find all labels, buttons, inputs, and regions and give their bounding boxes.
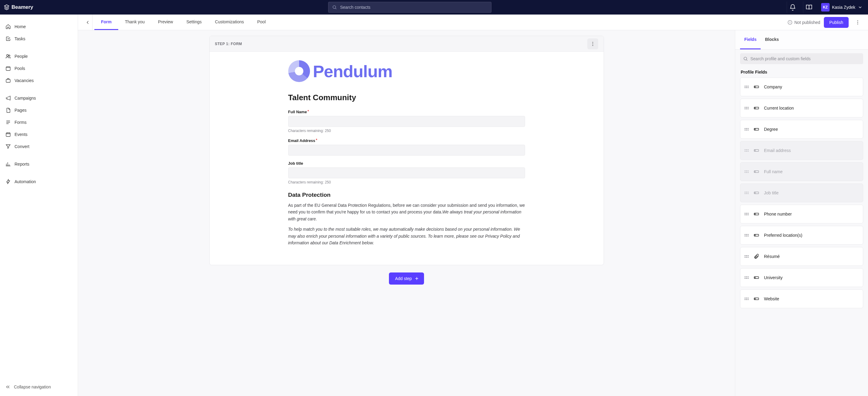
sidebar-item-automation[interactable]: Automation: [0, 176, 78, 188]
required-indicator: *: [316, 138, 317, 142]
notifications-button[interactable]: [787, 1, 799, 13]
editor-tabs: FormThank youPreviewSettingsCustomizatio…: [78, 15, 868, 30]
field-type-icon: [754, 126, 759, 132]
profile-field-item[interactable]: Résumé: [740, 247, 863, 266]
field-type-icon: [754, 190, 759, 196]
tab-settings[interactable]: Settings: [180, 15, 208, 30]
profile-field-item: Job title: [740, 183, 863, 202]
text-field-icon: [754, 232, 759, 238]
sidebar-item-convert[interactable]: Convert: [0, 140, 78, 152]
home-icon: [5, 24, 11, 29]
sidebar-item-home[interactable]: Home: [0, 21, 78, 33]
profile-field-item[interactable]: Phone number: [740, 205, 863, 223]
sidebar-item-label: People: [14, 54, 28, 59]
sidebar-item-tasks[interactable]: Tasks: [0, 33, 78, 45]
tab-pool[interactable]: Pool: [250, 15, 272, 30]
more-options-button[interactable]: [852, 17, 863, 28]
panel-tab-blocks[interactable]: Blocks: [761, 30, 783, 49]
sidebar-item-campaigns[interactable]: Campaigns: [0, 92, 78, 104]
field-type-icon: [754, 105, 759, 111]
drag-handle-icon: [745, 275, 749, 280]
kebab-icon: [590, 41, 595, 47]
publish-button[interactable]: Publish: [824, 17, 849, 28]
sidebar-item-people[interactable]: People: [0, 50, 78, 62]
tab-preview[interactable]: Preview: [151, 15, 180, 30]
user-menu[interactable]: KZ Kasia Zydek: [819, 3, 864, 11]
collapse-nav-button[interactable]: Collapse navigation: [0, 381, 78, 392]
tab-customizations[interactable]: Customizations: [208, 15, 251, 30]
brand-logo[interactable]: Beamery: [4, 4, 33, 10]
profile-field-item: Full name: [740, 162, 863, 181]
field-search-input[interactable]: [750, 56, 860, 61]
profile-field-label: Full name: [764, 169, 782, 174]
drag-handle-icon: [745, 211, 749, 217]
text-field-icon: [754, 126, 759, 132]
profile-field-item[interactable]: University: [740, 268, 863, 287]
collapse-label: Collapse navigation: [14, 385, 51, 389]
publish-status: Not published: [787, 20, 820, 25]
profile-field-label: University: [764, 275, 782, 280]
sidebar-item-label: Convert: [14, 144, 29, 149]
sidebar-item-reports[interactable]: Reports: [0, 158, 78, 170]
help-button[interactable]: [803, 1, 815, 13]
field-label: Job title: [288, 161, 525, 166]
step-options-button[interactable]: [587, 38, 598, 49]
drag-handle-icon: [745, 232, 749, 238]
collapse-icon: [5, 385, 10, 389]
tab-thank-you[interactable]: Thank you: [118, 15, 151, 30]
people-icon: [5, 54, 11, 59]
beamery-logo-icon: [4, 4, 10, 10]
field-input[interactable]: [288, 145, 525, 155]
dp-paragraph-1: As part of the EU General Data Protectio…: [288, 202, 525, 222]
drag-handle-icon: [745, 105, 749, 111]
field-type-icon: [754, 275, 759, 280]
profile-field-item[interactable]: Degree: [740, 120, 863, 139]
field-type-icon: [754, 169, 759, 174]
text-field-icon: [754, 190, 759, 196]
sidebar-item-vacancies[interactable]: Vacancies: [0, 75, 78, 87]
data-protection-heading: Data Protection: [288, 192, 525, 198]
field-input[interactable]: [288, 116, 525, 127]
form-field: Full Name * Characters remaining: 250: [288, 110, 525, 133]
search-input[interactable]: [340, 5, 488, 10]
main-sidebar: HomeTasksPeoplePoolsVacanciesCampaignsPa…: [0, 15, 78, 396]
book-icon: [806, 4, 812, 10]
svg-point-1: [7, 55, 8, 56]
profile-field-item[interactable]: Website: [740, 289, 863, 308]
field-helper: Characters remaining: 250: [288, 129, 525, 133]
add-step-label: Add step: [395, 276, 412, 281]
profile-field-item[interactable]: Company: [740, 78, 863, 96]
text-field-icon: [754, 105, 759, 111]
form-brand: Pendulum: [288, 60, 525, 82]
profile-field-label: Preferred location(s): [764, 233, 802, 238]
field-type-icon: [754, 84, 759, 90]
field-input[interactable]: [288, 167, 525, 178]
profile-field-item[interactable]: Current location: [740, 99, 863, 117]
panel-tab-fields[interactable]: Fields: [740, 30, 761, 49]
forms-icon: [5, 120, 11, 125]
svg-rect-4: [6, 133, 10, 137]
sidebar-item-events[interactable]: Events: [0, 129, 78, 140]
profile-field-item[interactable]: Preferred location(s): [740, 226, 863, 245]
search-icon: [743, 56, 748, 61]
tasks-icon: [5, 36, 11, 41]
field-search[interactable]: [740, 53, 863, 64]
tab-form[interactable]: Form: [94, 15, 118, 30]
add-step-button[interactable]: Add step: [389, 273, 424, 285]
drag-handle-icon: [745, 190, 749, 196]
back-button[interactable]: [83, 15, 93, 30]
svg-point-10: [592, 42, 593, 43]
drag-handle-icon: [745, 254, 749, 259]
dp-paragraph-2: To help match you to the most suitable r…: [288, 226, 525, 246]
sidebar-item-pools[interactable]: Pools: [0, 62, 78, 75]
drag-handle-icon: [745, 126, 749, 132]
sidebar-item-pages[interactable]: Pages: [0, 104, 78, 116]
profile-field-label: Email address: [764, 148, 791, 153]
sidebar-item-label: Home: [14, 24, 26, 29]
field-helper: Characters remaining: 250: [288, 180, 525, 185]
global-search[interactable]: [328, 2, 492, 13]
drag-handle-icon: [745, 169, 749, 174]
convert-icon: [5, 144, 11, 149]
sidebar-item-label: Reports: [14, 162, 29, 167]
sidebar-item-forms[interactable]: Forms: [0, 116, 78, 129]
